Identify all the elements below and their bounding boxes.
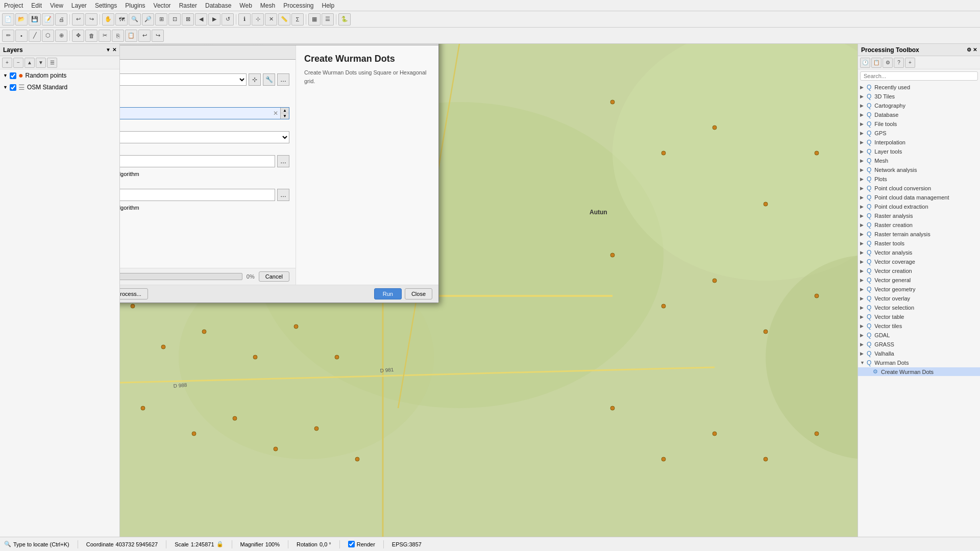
render-checkbox[interactable] [348,541,355,547]
statistics-btn[interactable]: Σ [291,13,304,26]
menu-view[interactable]: View [46,1,67,10]
tree-item-vector-overlay[interactable]: ▶QVector overlay [858,294,980,303]
copy-features-btn[interactable]: ⎘ [112,30,124,42]
input-layer-select-features-btn[interactable]: ⊹ [249,73,261,86]
pan-map-btn[interactable]: 🗺 [115,13,128,26]
tree-item-vector-coverage[interactable]: ▶QVector coverage [858,257,980,266]
zoom-in-btn[interactable]: 🔍 [129,13,141,26]
identify-btn[interactable]: ℹ [238,13,251,26]
save-project-btn[interactable]: 💾 [29,13,41,26]
menu-database[interactable]: Database [201,1,235,10]
layer-item-random-points[interactable]: ▼ ● Random points [0,69,119,82]
menu-vector[interactable]: Vector [150,1,175,10]
new-project-btn[interactable]: 📄 [2,13,14,26]
processing-results-btn[interactable]: 📋 [871,58,881,68]
layer-diagram-btn[interactable]: ▦ [308,13,321,26]
tree-item-vector-analysis[interactable]: ▶QVector analysis [858,248,980,257]
move-layer-down-btn[interactable]: ▼ [36,58,46,68]
menu-help[interactable]: Help [318,1,339,10]
tree-item-raster-creation[interactable]: ▶QRaster creation [858,220,980,230]
cut-features-btn[interactable]: ✂ [99,30,111,42]
menu-edit[interactable]: Edit [27,1,46,10]
scale-lock-icon[interactable]: 🔒 [216,541,224,547]
tree-item-interpolation[interactable]: ▶QInterpolation [858,138,980,147]
paste-features-btn[interactable]: 📋 [125,30,137,42]
tree-item-gdal[interactable]: ▶QGDAL [858,331,980,340]
layers-close-btn[interactable]: ✕ [112,47,116,53]
remove-layer-btn[interactable]: − [13,58,23,68]
menu-processing[interactable]: Processing [279,1,317,10]
grid-cell-size-up-btn[interactable]: ▲ [281,108,289,113]
processing-close-btn[interactable]: ✕ [973,47,977,53]
tree-item-point-cloud-data-management[interactable]: ▶QPoint cloud data management [858,193,980,202]
layers-collapse-btn[interactable]: ▼ [106,47,111,53]
processing-search-input[interactable] [860,71,978,81]
processing-history-btn[interactable]: 🕐 [860,58,870,68]
menu-layer[interactable]: Layer [67,1,91,10]
redo-btn[interactable]: ↪ [85,13,97,26]
node-tool-btn[interactable]: ⊕ [55,30,67,42]
tree-item-file-tools[interactable]: ▶QFile tools [858,119,980,129]
zoom-full-btn[interactable]: ⊞ [155,13,167,26]
tree-item-mesh[interactable]: ▶QMesh [858,156,980,165]
open-project-btn[interactable]: 📂 [15,13,28,26]
zoom-next-btn[interactable]: ▶ [208,13,220,26]
tree-item-wurman-dots[interactable]: ▼QWurman Dots [858,358,980,367]
locate-tool[interactable]: 🔍 Type to locate (Ctrl+K) [4,541,69,547]
epsg-display[interactable]: EPSG:3857 [392,541,422,547]
grid-cell-size-clear-icon[interactable]: ✕ [271,110,280,117]
add-layer-btn[interactable]: + [2,58,12,68]
zoom-selection-btn[interactable]: ⊠ [182,13,194,26]
tree-item-recently-used[interactable]: ▶QRecently used [858,83,980,92]
add-line-btn[interactable]: ╱ [29,30,41,42]
input-layer-more-btn[interactable]: … [277,73,289,86]
tree-item-raster-analysis[interactable]: ▶QRaster analysis [858,211,980,220]
fixed-circles-browse-btn[interactable]: … [277,155,289,167]
run-btn[interactable]: Run [374,288,402,299]
tree-item-vector-tiles[interactable]: ▶QVector tiles [858,321,980,331]
redo-edit-btn[interactable]: ↪ [152,30,164,42]
layer-item-osm[interactable]: ▼ ☰ OSM Standard [0,82,119,93]
processing-new-model-btn[interactable]: + [905,58,915,68]
cancel-progress-btn[interactable]: Cancel [259,271,289,282]
tree-item-point-cloud-conversion[interactable]: ▶QPoint cloud conversion [858,184,980,193]
tree-item-layer-tools[interactable]: ▶QLayer tools [858,147,980,156]
tree-item-create-wurman-dots[interactable]: ⚙Create Wurman Dots [858,367,980,376]
save-as-btn[interactable]: 📝 [42,13,54,26]
tree-item-vector-general[interactable]: ▶QVector general [858,276,980,285]
tree-item-gps[interactable]: ▶QGPS [858,129,980,138]
move-feature-btn[interactable]: ✥ [72,30,84,42]
menu-plugins[interactable]: Plugins [121,1,149,10]
tree-item-grass[interactable]: ▶QGRASS [858,340,980,349]
pan-btn[interactable]: ✋ [102,13,114,26]
undo-edit-btn[interactable]: ↩ [138,30,151,42]
attribute-table-btn[interactable]: ☰ [322,13,334,26]
processing-settings-btn[interactable]: ⚙ [883,58,893,68]
measure-btn[interactable]: 📏 [278,13,290,26]
refresh-btn[interactable]: ↺ [222,13,234,26]
filter-layers-btn[interactable]: ☰ [47,58,57,68]
close-dialog-btn[interactable]: Close [405,288,432,299]
tree-item-database[interactable]: ▶QDatabase [858,110,980,119]
tree-item-vector-geometry[interactable]: ▶QVector geometry [858,285,980,294]
tree-item-3d-tiles[interactable]: ▶Q3D Tiles [858,92,980,101]
print-btn[interactable]: 🖨 [55,13,67,26]
tree-item-vector-table[interactable]: ▶QVector table [858,312,980,321]
input-layer-zoom-btn[interactable]: 🔧 [263,73,275,86]
menu-settings[interactable]: Settings [91,1,121,10]
tree-item-raster-tools[interactable]: ▶QRaster tools [858,239,980,248]
undo-btn[interactable]: ↩ [72,13,84,26]
add-point-btn[interactable]: • [15,30,28,42]
edit-btn[interactable]: ✏ [2,30,14,42]
move-layer-up-btn[interactable]: ▲ [24,58,35,68]
deselect-btn[interactable]: ✕ [265,13,277,26]
tree-item-point-cloud-extraction[interactable]: ▶QPoint cloud extraction [858,202,980,211]
layer-visibility-osm[interactable] [10,84,16,91]
tree-item-cartography[interactable]: ▶QCartography [858,101,980,110]
variable-circles-browse-btn[interactable]: … [277,189,289,201]
zoom-out-btn[interactable]: 🔎 [142,13,154,26]
zoom-layer-btn[interactable]: ⊡ [168,13,181,26]
processing-options-btn[interactable]: ⚙ [967,47,971,53]
delete-sel-btn[interactable]: 🗑 [85,30,97,42]
zoom-last-btn[interactable]: ◀ [195,13,207,26]
